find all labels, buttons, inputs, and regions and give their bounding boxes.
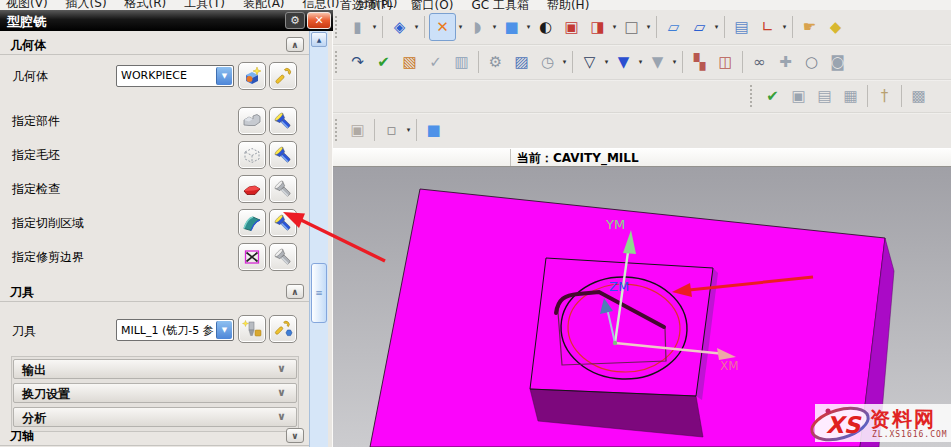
toolbar-grip[interactable] — [335, 16, 342, 38]
section-pin-icon[interactable]: ▣ — [559, 14, 584, 40]
menu-item-2[interactable]: 格式(R) — [125, 0, 167, 10]
dialog-close-icon[interactable]: ✕ — [307, 12, 331, 29]
verify-check-icon[interactable]: ✔ — [760, 83, 785, 109]
background-square-icon[interactable]: □ — [619, 14, 644, 40]
collapsed-section-2[interactable]: 分析∨ — [13, 407, 297, 427]
expand-chevron-down-icon[interactable]: ∨ — [277, 362, 286, 375]
toolpath-editor-icon[interactable]: ▨ — [509, 49, 534, 75]
tool-select[interactable]: MILL_1 (铣刀-5 参 ▼ — [116, 319, 234, 341]
grid-table-icon[interactable]: ▦ — [838, 83, 863, 109]
filter-blue-icon[interactable]: ▼ — [611, 49, 636, 75]
geometry-select[interactable]: WORKPIECE ▼ — [116, 65, 234, 87]
info-icon[interactable]: ◈ — [387, 14, 412, 40]
program-view-icon[interactable]: ▚ — [687, 49, 712, 75]
new-tool-button[interactable] — [238, 315, 266, 343]
collapsed-section-0[interactable]: 输出∨ — [13, 359, 297, 379]
dialog-titlebar[interactable]: 型腔铣 ⚙ ✕ — [0, 10, 333, 31]
filter-outline-icon[interactable]: ▽ — [577, 49, 602, 75]
toolbar-grip[interactable] — [335, 119, 342, 141]
menu-item-0[interactable]: 首选项(P) — [340, 0, 393, 10]
collapse-chevron-down-icon[interactable]: ∨ — [286, 428, 304, 443]
menu-item-1[interactable]: 窗口(O) — [411, 0, 454, 10]
probe-lamp-icon[interactable]: † — [872, 83, 897, 109]
orient-view-2-icon[interactable]: ▱ — [687, 14, 712, 40]
rect-select-icon[interactable]: ▫ — [379, 117, 404, 143]
section-cube-icon[interactable]: ◨ — [585, 14, 610, 40]
specify-blank-button[interactable] — [238, 141, 266, 169]
menu-item-3[interactable]: 工具(T) — [184, 0, 225, 10]
machine-tool-view-icon[interactable]: ◫ — [713, 49, 738, 75]
display-tool-icon[interactable]: ▮ — [345, 14, 370, 40]
dialog-scrollbar[interactable]: ▲ ≡ — [309, 31, 328, 447]
edit-geometry-button[interactable] — [269, 62, 297, 90]
lathe-view-icon-dropdown-caret[interactable]: ▾ — [491, 14, 498, 40]
render-style-icon[interactable]: ◐ — [533, 14, 558, 40]
info-icon-dropdown-caret[interactable]: ▾ — [413, 14, 420, 40]
scrollbar-up-arrow-icon[interactable]: ▲ — [311, 32, 327, 47]
expand-chevron-down-icon[interactable]: ∨ — [277, 410, 286, 423]
specify-check-display-flashlight-button[interactable] — [269, 175, 297, 203]
specify-blank-display-flashlight-button[interactable] — [269, 141, 297, 169]
collapsed-section-1[interactable]: 换刀设置∨ — [13, 383, 297, 403]
toolbar-grip[interactable] — [750, 85, 757, 107]
find-object-icon[interactable]: ∞ — [747, 49, 772, 75]
display-tool-icon-dropdown-caret[interactable]: ▾ — [371, 14, 378, 40]
setup-block-icon[interactable]: ▣ — [786, 83, 811, 109]
specify-trim-boundary-display-flashlight-button[interactable] — [269, 243, 297, 271]
csys-orient-icon-dropdown-caret[interactable]: ▾ — [781, 14, 788, 40]
viewport-tool-icon[interactable]: ▣ — [345, 117, 370, 143]
specify-trim-boundary-button[interactable] — [238, 243, 266, 271]
postprocess-icon[interactable]: ▧ — [397, 49, 422, 75]
dialog-settings-gear-icon[interactable]: ⚙ — [285, 12, 305, 29]
scrollbar-thumb[interactable]: ≡ — [311, 263, 327, 323]
new-geometry-button[interactable] — [238, 62, 266, 90]
csys-orient-icon[interactable]: ∟ — [755, 14, 780, 40]
menu-item-1[interactable]: 插入(S) — [66, 0, 107, 10]
menu-item-5[interactable]: 信息(I) — [303, 0, 340, 10]
shaded-view-icon-dropdown-caret[interactable]: ▾ — [525, 14, 532, 40]
background-square-icon-dropdown-caret[interactable]: ▾ — [645, 14, 652, 40]
specify-part-button[interactable] — [238, 107, 266, 135]
simulate-machine-icon[interactable]: ⚙ — [483, 49, 508, 75]
redo-arrow-icon[interactable]: ↷ — [345, 49, 370, 75]
menu-item-2[interactable]: GC 工具箱 — [471, 0, 529, 10]
machining-time-icon-dropdown-caret[interactable]: ▾ — [561, 49, 568, 75]
layered-parts-icon[interactable]: ▩ — [906, 83, 931, 109]
cylinder-tag-icon[interactable]: ◙ — [825, 49, 850, 75]
filter-blue-icon-dropdown-caret[interactable]: ▾ — [637, 49, 644, 75]
shaded-view-icon[interactable]: ■ — [499, 14, 524, 40]
hand-select-icon[interactable]: ☛ — [797, 14, 822, 40]
lathe-view-icon[interactable]: ◗ — [465, 14, 490, 40]
machine-verify-icon[interactable]: ✓ — [423, 49, 448, 75]
menu-item-3[interactable]: 帮助(H) — [547, 0, 589, 10]
specify-cut-area-button[interactable] — [238, 209, 266, 237]
rect-select-icon-dropdown-caret[interactable]: ▾ — [405, 117, 412, 143]
tag-plus-icon[interactable]: ✚ — [773, 49, 798, 75]
navigator-icon[interactable]: ▤ — [729, 14, 754, 40]
fit-view-icon-dropdown-caret[interactable]: ▾ — [457, 14, 464, 40]
operation-doc-icon[interactable]: ▤ — [812, 83, 837, 109]
shop-doc-icon[interactable]: ▥ — [449, 49, 474, 75]
section-cube-icon-dropdown-caret[interactable]: ▾ — [611, 14, 618, 40]
dropdown-arrow-icon[interactable]: ▼ — [216, 67, 232, 85]
collapse-chevron-up-icon[interactable]: ∧ — [286, 37, 304, 52]
filter-outline-icon-dropdown-caret[interactable]: ▾ — [603, 49, 610, 75]
orient-view-2-icon-dropdown-caret[interactable]: ▾ — [713, 14, 720, 40]
machining-time-icon[interactable]: ◷ — [535, 49, 560, 75]
toolbar-grip[interactable] — [335, 51, 342, 73]
generate-toolpath-icon[interactable]: ✔ — [371, 49, 396, 75]
gold-edge-icon[interactable]: ◆ — [823, 14, 848, 40]
fit-view-icon[interactable]: ✕ — [429, 13, 456, 41]
filter-cone-icon-dropdown-caret[interactable]: ▾ — [671, 49, 678, 75]
menu-item-4[interactable]: 装配(A) — [243, 0, 285, 10]
specify-part-display-flashlight-button[interactable] — [269, 107, 297, 135]
menu-item-0[interactable]: 视图(V) — [6, 0, 48, 10]
collapse-chevron-up-icon[interactable]: ∧ — [286, 284, 304, 299]
edit-tool-button[interactable] — [269, 315, 297, 343]
specify-cut-area-display-flashlight-button[interactable] — [269, 209, 297, 237]
filter-cone-icon[interactable]: ▼ — [645, 49, 670, 75]
dropdown-arrow-icon[interactable]: ▼ — [216, 321, 232, 339]
orient-view-icon[interactable]: ▱ — [661, 14, 686, 40]
specify-check-button[interactable] — [238, 175, 266, 203]
expand-chevron-down-icon[interactable]: ∨ — [277, 386, 286, 399]
